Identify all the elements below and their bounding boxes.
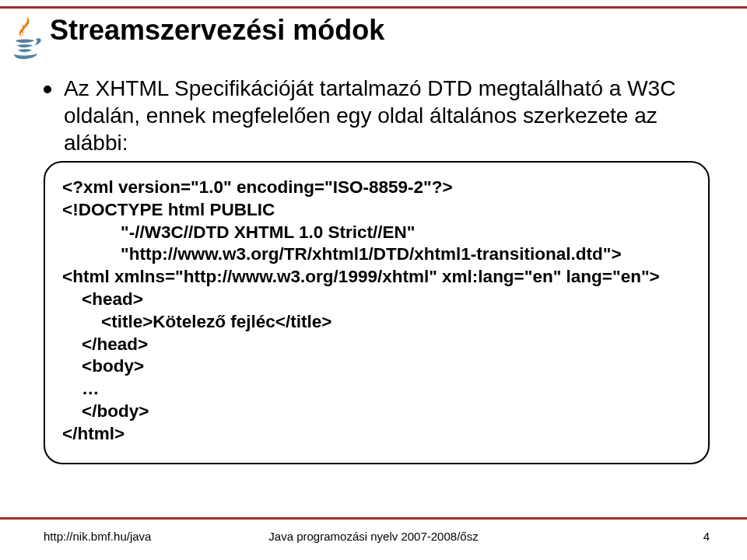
code-sample: <?xml version="1.0" encoding="ISO-8859-2…	[62, 177, 691, 446]
bullet-text: Az XHTML Specifikációját tartalmazó DTD …	[64, 75, 710, 156]
content-area: Az XHTML Specifikációját tartalmazó DTD …	[44, 75, 710, 464]
page-title: Streamszervezési módok	[50, 14, 384, 47]
footer-page-number: 4	[703, 530, 710, 543]
code-box: <?xml version="1.0" encoding="ISO-8859-2…	[44, 161, 710, 464]
top-rule	[0, 6, 747, 9]
bottom-rule	[0, 517, 747, 520]
slide: Streamszervezési módok Az XHTML Specifik…	[0, 0, 747, 560]
bullet-item: Az XHTML Specifikációját tartalmazó DTD …	[44, 75, 710, 156]
footer-course: Java programozási nyelv 2007-2008/ősz	[0, 530, 747, 543]
bullet-icon	[44, 86, 51, 93]
java-logo-icon	[6, 11, 44, 61]
